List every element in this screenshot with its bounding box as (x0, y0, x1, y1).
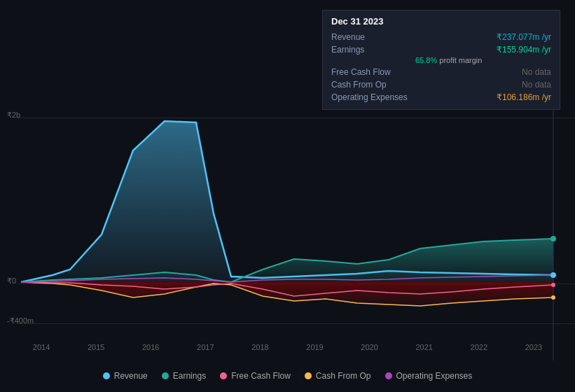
legend-free-cash-flow: Free Cash Flow (220, 371, 291, 381)
profit-margin-label: profit margin (439, 56, 482, 64)
fcf-end-dot (551, 283, 555, 287)
legend-dot-opex (385, 372, 392, 379)
x-label-2017: 2017 (197, 343, 214, 351)
legend-operating-expenses: Operating Expenses (385, 371, 473, 381)
x-label-2020: 2020 (361, 343, 377, 351)
legend-label-earnings: Earnings (173, 371, 206, 381)
free-cash-flow-value: No data (522, 67, 551, 77)
chart-svg (0, 108, 575, 360)
revenue-value: ₹237.077m /yr (497, 32, 551, 42)
x-label-2015: 2015 (88, 343, 104, 351)
legend-cash-from-op: Cash From Op (305, 371, 371, 381)
x-label-2018: 2018 (251, 343, 268, 351)
profit-margin-row: 65.8% profit margin (331, 56, 551, 66)
x-label-2023: 2023 (525, 343, 542, 351)
info-panel: Dec 31 2023 Revenue ₹237.077m /yr Earnin… (322, 10, 560, 110)
legend-label-cfo: Cash From Op (316, 371, 371, 381)
legend-dot-earnings (162, 372, 169, 379)
earnings-value: ₹155.904m /yr (497, 45, 551, 55)
operating-expenses-label: Operating Expenses (331, 92, 415, 102)
free-cash-flow-row: Free Cash Flow No data (331, 66, 551, 78)
legend-dot-cfo (305, 372, 312, 379)
earnings-row: Earnings ₹155.904m /yr (331, 43, 551, 56)
legend-label-opex: Operating Expenses (396, 371, 473, 381)
legend-label-revenue: Revenue (114, 371, 148, 381)
x-label-2022: 2022 (471, 343, 487, 351)
free-cash-flow-label: Free Cash Flow (331, 67, 415, 77)
revenue-row: Revenue ₹237.077m /yr (331, 31, 551, 43)
earnings-label: Earnings (331, 45, 415, 55)
legend-label-fcf: Free Cash Flow (231, 371, 291, 381)
profit-margin-value: 65.8% (415, 56, 437, 64)
cfo-end-dot (551, 295, 555, 300)
cash-from-op-row: Cash From Op No data (331, 78, 551, 91)
revenue-label: Revenue (331, 32, 415, 42)
earnings-end-dot (550, 236, 556, 241)
chart-legend: Revenue Earnings Free Cash Flow Cash Fro… (0, 371, 575, 381)
x-label-2019: 2019 (306, 343, 323, 351)
panel-title: Dec 31 2023 (331, 16, 551, 27)
x-axis: 2014 2015 2016 2017 2018 2019 2020 2021 … (0, 343, 575, 351)
cash-from-op-label: Cash From Op (331, 80, 415, 90)
opex-area (21, 282, 553, 306)
legend-revenue: Revenue (103, 371, 148, 381)
cash-from-op-value: No data (522, 80, 551, 90)
legend-dot-fcf (220, 372, 227, 379)
x-label-2014: 2014 (33, 343, 50, 351)
legend-dot-revenue (103, 372, 110, 379)
x-label-2016: 2016 (142, 343, 159, 351)
operating-expenses-value: ₹106.186m /yr (497, 92, 551, 102)
x-label-2021: 2021 (415, 343, 432, 351)
revenue-end-dot (550, 272, 556, 278)
operating-expenses-row: Operating Expenses ₹106.186m /yr (331, 91, 551, 104)
legend-earnings: Earnings (162, 371, 206, 381)
